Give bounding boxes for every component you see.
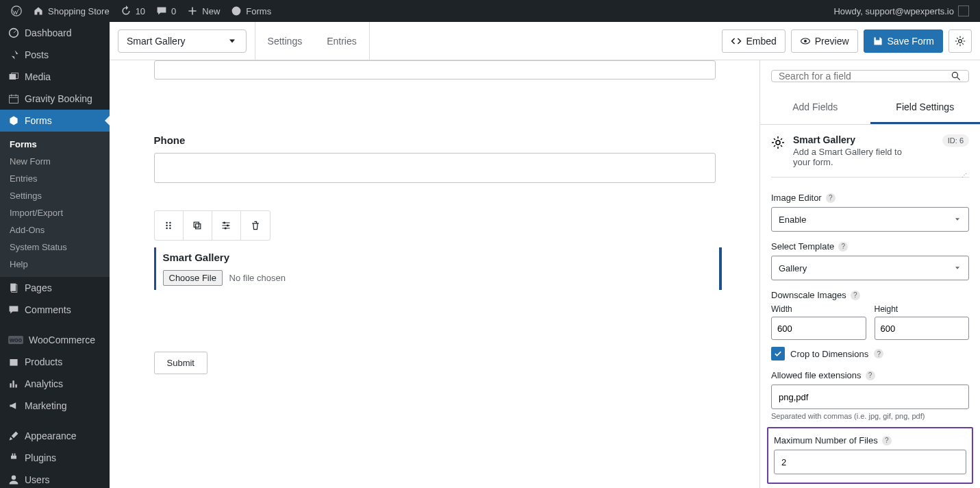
howdy-link[interactable]: Howdy, support@wpexperts.io: [828, 0, 975, 22]
svg-rect-8: [10, 359, 17, 366]
smart-gallery-field[interactable]: Smart Gallery Choose File No file chosen: [154, 247, 716, 290]
new-link[interactable]: New: [181, 0, 225, 22]
svg-point-9: [12, 476, 16, 480]
resize-handle[interactable]: ⋰: [962, 172, 967, 178]
sidebar-item-gravity-booking[interactable]: Gravity Booking: [0, 88, 110, 110]
image-editor-select[interactable]: Enable: [771, 207, 969, 232]
width-input[interactable]: [771, 317, 866, 340]
comments-link[interactable]: 0: [151, 0, 181, 22]
drag-handle[interactable]: [155, 211, 184, 240]
save-icon: [872, 36, 883, 47]
submenu-help[interactable]: Help: [0, 256, 110, 273]
tab-settings[interactable]: Settings: [255, 22, 315, 60]
svg-point-11: [804, 40, 807, 42]
form-canvas: Phone Smart Gallery Choose File No f: [110, 60, 759, 488]
sidebar-item-posts[interactable]: Posts: [0, 44, 110, 66]
select-template-select[interactable]: Gallery: [771, 256, 969, 280]
duplicate-button[interactable]: [184, 211, 212, 240]
smart-gallery-label: Smart Gallery: [163, 252, 716, 263]
refresh-link[interactable]: 10: [115, 0, 151, 22]
field-search[interactable]: [771, 70, 969, 82]
forms-submenu: Forms New Form Entries Settings Import/E…: [0, 132, 110, 277]
tab-field-settings[interactable]: Field Settings: [870, 92, 981, 124]
sidebar-item-media[interactable]: Media: [0, 66, 110, 88]
preview-button[interactable]: Preview: [791, 29, 858, 53]
sidebar-item-plugins[interactable]: Plugins: [0, 447, 110, 469]
forms-link[interactable]: Forms: [225, 0, 277, 22]
tab-label: Add Fields: [792, 101, 838, 112]
site-name-link[interactable]: Shopping Store: [27, 0, 115, 22]
help-icon[interactable]: ?: [866, 371, 875, 380]
user-icon: [8, 474, 19, 485]
help-icon[interactable]: ?: [882, 436, 892, 446]
save-form-button[interactable]: Save Form: [864, 29, 943, 53]
delete-button[interactable]: [241, 211, 270, 240]
sidebar-item-label: Products: [25, 356, 62, 367]
sidebar-item-forms[interactable]: Forms: [0, 110, 110, 132]
label-text: Image Editor: [771, 193, 822, 203]
sidebar-item-dashboard[interactable]: Dashboard: [0, 22, 110, 44]
comment-icon: [8, 304, 19, 315]
sidebar-item-comments[interactable]: Comments: [0, 299, 110, 321]
megaphone-icon: [8, 400, 19, 411]
form-settings-button[interactable]: [948, 29, 972, 53]
svg-point-12: [959, 39, 962, 42]
gear-icon: [955, 36, 966, 47]
allowed-ext-input[interactable]: [771, 385, 969, 409]
avatar: [958, 5, 969, 16]
crop-checkbox[interactable]: [771, 347, 785, 361]
sidebar-item-pages[interactable]: Pages: [0, 277, 110, 299]
choose-file-button[interactable]: Choose File: [163, 270, 223, 286]
field-search-input[interactable]: [779, 71, 951, 82]
submenu-import-export[interactable]: Import/Export: [0, 204, 110, 221]
chevron-down-icon: [953, 264, 962, 272]
svg-point-24: [952, 72, 957, 77]
help-icon[interactable]: ?: [851, 291, 860, 300]
submenu-settings[interactable]: Settings: [0, 187, 110, 204]
help-icon[interactable]: ?: [874, 349, 883, 358]
field-toolbar: [154, 210, 271, 241]
embed-button[interactable]: Embed: [722, 29, 785, 53]
help-icon[interactable]: ?: [826, 193, 835, 203]
svg-point-14: [169, 222, 171, 223]
label-text: Select Template: [771, 241, 834, 252]
submenu-system-status[interactable]: System Status: [0, 239, 110, 256]
tab-entries[interactable]: Entries: [314, 22, 369, 60]
wp-logo[interactable]: [5, 0, 27, 22]
svg-rect-3: [10, 74, 16, 80]
label-text: Allowed file extensions: [771, 370, 862, 380]
svg-point-1: [232, 7, 241, 16]
embed-label: Embed: [746, 36, 776, 47]
field-settings-button[interactable]: [212, 211, 241, 240]
svg-point-23: [225, 227, 227, 229]
eye-icon: [800, 36, 811, 47]
tab-add-fields[interactable]: Add Fields: [760, 92, 870, 124]
submenu-add-ons[interactable]: Add-Ons: [0, 221, 110, 239]
submenu-forms[interactable]: Forms: [0, 136, 110, 153]
sidebar-item-users[interactable]: Users: [0, 469, 110, 488]
sidebar-item-analytics[interactable]: Analytics: [0, 373, 110, 395]
form-switcher[interactable]: Smart Gallery: [118, 29, 247, 53]
sidebar-item-woocommerce[interactable]: wooWooCommerce: [0, 329, 110, 351]
select-value: Enable: [779, 215, 806, 225]
sidebar-item-appearance[interactable]: Appearance: [0, 425, 110, 447]
analytics-icon: [8, 378, 19, 389]
sidebar-item-products[interactable]: Products: [0, 351, 110, 373]
submenu-new-form[interactable]: New Form: [0, 153, 110, 170]
sidebar-item-marketing[interactable]: Marketing: [0, 395, 110, 417]
phone-input[interactable]: [154, 153, 716, 183]
wordpress-icon: [11, 5, 22, 16]
submit-button[interactable]: Submit: [154, 352, 208, 374]
sidebar-item-label: Media: [25, 71, 51, 82]
help-icon[interactable]: ?: [838, 242, 848, 252]
trash-icon: [250, 220, 261, 231]
submenu-entries[interactable]: Entries: [0, 170, 110, 187]
previous-field-input[interactable]: [154, 60, 716, 80]
max-files-input[interactable]: [774, 450, 966, 474]
duplicate-icon: [192, 220, 203, 231]
submenu-label: Forms: [10, 139, 37, 149]
svg-point-21: [223, 221, 225, 223]
media-icon: [8, 71, 19, 82]
height-input[interactable]: [875, 317, 970, 340]
submenu-label: Entries: [10, 173, 37, 184]
